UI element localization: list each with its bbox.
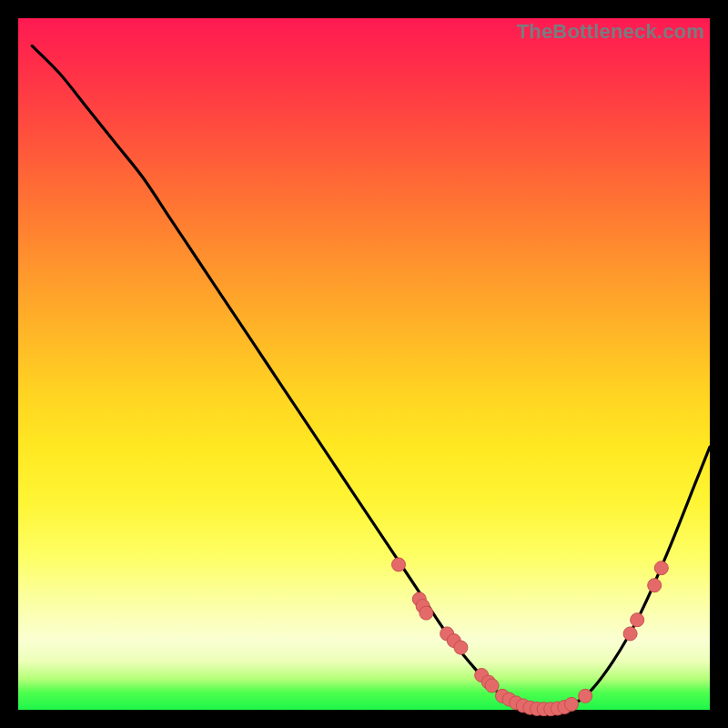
chart-marker bbox=[454, 641, 468, 654]
chart-marker bbox=[579, 689, 592, 703]
chart-svg bbox=[18, 18, 710, 710]
chart-frame: TheBottleneck.com bbox=[18, 18, 710, 710]
chart-markers bbox=[392, 558, 669, 716]
bottleneck-curve bbox=[32, 46, 710, 711]
watermark-text: TheBottleneck.com bbox=[517, 20, 704, 44]
chart-marker bbox=[565, 697, 579, 711]
chart-marker bbox=[485, 679, 499, 693]
chart-marker bbox=[631, 613, 644, 627]
chart-marker bbox=[654, 561, 668, 575]
chart-marker bbox=[392, 558, 406, 571]
chart-marker bbox=[623, 627, 637, 641]
chart-marker bbox=[420, 606, 433, 620]
chart-marker bbox=[648, 579, 662, 592]
